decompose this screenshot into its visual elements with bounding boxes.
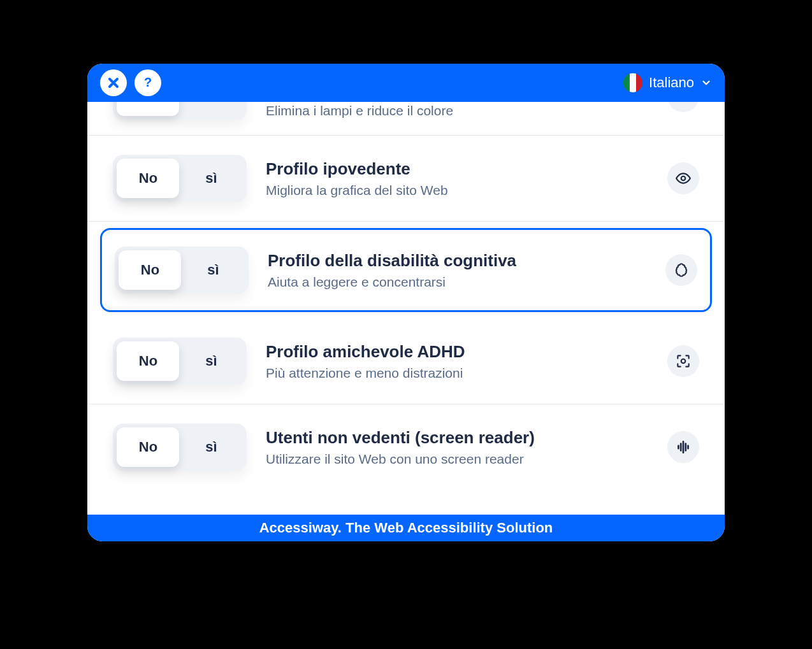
profile-row-vision: No sì Profilo ipovedente Migliora la gra… <box>87 136 725 222</box>
profile-desc: Migliora la grafica del sito Web <box>266 183 648 198</box>
profile-info: Elimina i lampi e riduce il colore <box>266 103 648 118</box>
italy-flag-icon <box>623 73 642 92</box>
profile-desc: Aiuta a leggere e concentrarsi <box>268 275 646 290</box>
toggle-yes-label: sì <box>180 353 243 369</box>
toggle-yes-label: sì <box>180 170 243 187</box>
toggle-no-label: No <box>117 353 180 369</box>
profiles-list: No sì Elimina i lampi e riduce il colore… <box>87 102 725 515</box>
toggle-yes-label: sì <box>182 262 245 278</box>
toggle-yes-label: sì <box>180 439 243 455</box>
toggle-adhd[interactable]: No sì <box>113 338 247 385</box>
profile-info: Profilo della disabilità cognitiva Aiuta… <box>268 251 646 290</box>
svg-text:?: ? <box>144 75 152 89</box>
help-button[interactable]: ? <box>134 69 161 96</box>
footer-text: Accessiway. The Web Accessibility Soluti… <box>259 520 553 536</box>
toggle-seizure[interactable]: No sì <box>113 102 247 120</box>
profile-desc: Elimina i lampi e riduce il colore <box>266 103 648 118</box>
toggle-vision[interactable]: No sì <box>113 155 247 202</box>
close-button[interactable] <box>100 69 127 96</box>
panel-header: ? Italiano <box>87 64 725 102</box>
toggle-blind[interactable]: No sì <box>113 424 247 471</box>
toggle-no-label: No <box>117 102 180 104</box>
profile-row-blind: No sì Utenti non vedenti (screen reader)… <box>87 404 725 490</box>
focus-icon <box>667 345 699 377</box>
svg-point-1 <box>681 176 686 181</box>
toggle-cognitive[interactable]: No sì <box>115 246 249 294</box>
question-icon: ? <box>140 75 156 90</box>
seizure-icon <box>667 102 699 112</box>
audio-icon <box>667 431 699 463</box>
svg-point-2 <box>681 359 686 364</box>
chevron-down-icon <box>700 77 712 89</box>
toggle-no-label: No <box>117 170 180 187</box>
profile-title: Utenti non vedenti (screen reader) <box>266 428 648 448</box>
language-label: Italiano <box>649 75 694 91</box>
language-selector[interactable]: Italiano <box>623 73 712 92</box>
profile-row-seizure: No sì Elimina i lampi e riduce il colore <box>87 102 725 136</box>
toggle-no-label: No <box>117 439 180 455</box>
profile-info: Profilo ipovedente Migliora la grafica d… <box>266 159 648 198</box>
brain-icon <box>665 254 697 286</box>
profile-title: Profilo della disabilità cognitiva <box>268 251 646 271</box>
profile-info: Profilo amichevole ADHD Più attenzione e… <box>266 342 648 381</box>
accessibility-panel: ? Italiano No sì Elimina i lampi e riduc… <box>87 64 725 541</box>
close-icon <box>106 75 121 90</box>
profile-desc: Utilizzare il sito Web con uno screen re… <box>266 452 648 467</box>
toggle-no-label: No <box>119 262 182 278</box>
profile-title: Profilo ipovedente <box>266 159 648 179</box>
toggle-yes-label: sì <box>180 102 243 104</box>
profile-desc: Più attenzione e meno distrazioni <box>266 366 648 381</box>
eye-icon <box>667 162 699 194</box>
profile-row-adhd: No sì Profilo amichevole ADHD Più attenz… <box>87 318 725 404</box>
profile-info: Utenti non vedenti (screen reader) Utili… <box>266 428 648 467</box>
panel-footer: Accessiway. The Web Accessibility Soluti… <box>87 515 725 541</box>
profile-title: Profilo amichevole ADHD <box>266 342 648 362</box>
profile-row-cognitive: No sì Profilo della disabilità cognitiva… <box>100 228 712 312</box>
